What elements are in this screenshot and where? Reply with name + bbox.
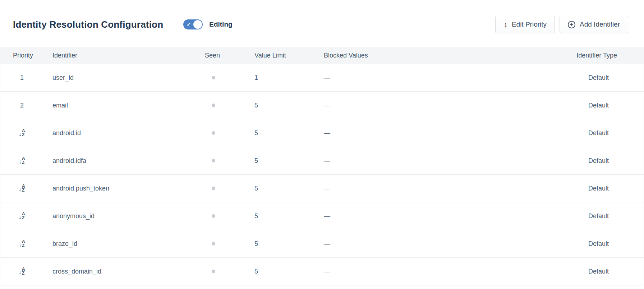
seen-cell: [205, 242, 254, 246]
identity-resolution-table: Priority Identifier Seen Value Limit Blo…: [0, 47, 644, 285]
table-body: 1user_id1—Default2email5—Default↓AZandro…: [0, 64, 644, 285]
seen-indicator-dot: [212, 131, 215, 135]
up-down-arrow-icon: ↕: [503, 21, 507, 28]
edit-priority-button[interactable]: ↕ Edit Priority: [495, 16, 555, 33]
sort-alpha-down-icon: ↓AZ: [19, 157, 26, 165]
blocked-values-cell: —: [324, 185, 565, 192]
blocked-values-cell: —: [324, 74, 565, 82]
priority-cell: ↓AZ: [13, 267, 52, 275]
seen-indicator-dot: [212, 159, 215, 162]
seen-cell: [205, 159, 254, 162]
seen-indicator-dot: [212, 104, 215, 107]
top-bar: Identity Resolution Configuration ✓ Edit…: [0, 0, 644, 47]
value-limit-cell: 5: [254, 212, 324, 220]
priority-cell: 1: [13, 74, 52, 82]
table-row: ↓AZandroid.push_token5—Default: [0, 175, 644, 202]
sort-alpha-down-icon: ↓AZ: [19, 240, 26, 248]
editing-toggle-label: Editing: [209, 20, 232, 28]
table-row: ↓AZanonymous_id5—Default: [0, 202, 644, 230]
seen-indicator-dot: [212, 270, 215, 273]
value-limit-cell: 5: [254, 129, 324, 137]
value-limit-cell: 5: [254, 268, 324, 275]
blocked-values-cell: —: [324, 212, 565, 220]
blocked-values-cell: —: [324, 157, 565, 165]
identifier-cell: email: [52, 102, 205, 109]
table-header-row: Priority Identifier Seen Value Limit Blo…: [0, 47, 644, 64]
blocked-values-cell: —: [324, 240, 565, 248]
check-icon: ✓: [187, 22, 191, 27]
priority-cell: ↓AZ: [13, 157, 52, 165]
value-limit-cell: 1: [254, 74, 324, 82]
identifier-type-cell: Default: [565, 185, 644, 192]
priority-value: 2: [20, 102, 24, 109]
column-header-identifier-type: Identifier Type: [565, 52, 644, 59]
seen-cell: [205, 104, 254, 107]
value-limit-cell: 5: [254, 185, 324, 192]
priority-cell: ↓AZ: [13, 240, 52, 248]
column-header-identifier: Identifier: [52, 52, 205, 59]
seen-cell: [205, 214, 254, 218]
seen-indicator-dot: [212, 76, 215, 79]
priority-cell: ↓AZ: [13, 184, 52, 192]
priority-cell: 2: [13, 102, 52, 109]
identifier-type-cell: Default: [565, 157, 644, 165]
seen-cell: [205, 270, 254, 273]
identifier-cell: cross_domain_id: [52, 268, 205, 275]
seen-cell: [205, 187, 254, 190]
sort-alpha-down-icon: ↓AZ: [19, 212, 26, 220]
table-row: 2email5—Default: [0, 92, 644, 119]
identifier-type-cell: Default: [565, 268, 644, 275]
add-identifier-button-label: Add Identifier: [580, 20, 620, 28]
identifier-type-cell: Default: [565, 74, 644, 82]
table-row: ↓AZandroid.idfa5—Default: [0, 147, 644, 175]
value-limit-cell: 5: [254, 102, 324, 109]
identifier-type-cell: Default: [565, 129, 644, 137]
edit-priority-button-label: Edit Priority: [512, 20, 547, 28]
seen-indicator-dot: [212, 242, 215, 246]
blocked-values-cell: —: [324, 129, 565, 137]
table-row: ↓AZandroid.id5—Default: [0, 119, 644, 147]
priority-cell: ↓AZ: [13, 212, 52, 220]
seen-indicator-dot: [212, 187, 215, 190]
table-row: ↓AZbraze_id5—Default: [0, 230, 644, 258]
priority-cell: ↓AZ: [13, 129, 52, 137]
sort-alpha-down-icon: ↓AZ: [19, 267, 26, 275]
sort-alpha-down-icon: ↓AZ: [19, 184, 26, 192]
identifier-type-cell: Default: [565, 102, 644, 109]
seen-cell: [205, 131, 254, 135]
identifier-cell: android.push_token: [52, 185, 205, 192]
plus-circle-icon: +: [568, 21, 575, 28]
editing-toggle[interactable]: ✓: [183, 19, 203, 29]
column-header-value-limit: Value Limit: [254, 52, 324, 59]
identifier-cell: anonymous_id: [52, 212, 205, 220]
toggle-knob[interactable]: [193, 20, 202, 29]
value-limit-cell: 5: [254, 157, 324, 165]
identifier-type-cell: Default: [565, 240, 644, 248]
seen-indicator-dot: [212, 214, 215, 218]
column-header-blocked-values: Blocked Values: [324, 52, 565, 59]
add-identifier-button[interactable]: + Add Identifier: [560, 16, 628, 33]
identifier-cell: braze_id: [52, 240, 205, 248]
identifier-cell: android.idfa: [52, 157, 205, 165]
value-limit-cell: 5: [254, 240, 324, 248]
table-row: 1user_id1—Default: [0, 64, 644, 92]
priority-value: 1: [20, 74, 24, 82]
blocked-values-cell: —: [324, 102, 565, 109]
seen-cell: [205, 76, 254, 79]
page-title: Identity Resolution Configuration: [13, 19, 163, 30]
column-header-priority: Priority: [13, 52, 52, 59]
identifier-type-cell: Default: [565, 212, 644, 220]
identifier-cell: user_id: [52, 74, 205, 82]
column-header-seen: Seen: [205, 52, 254, 59]
blocked-values-cell: —: [324, 268, 565, 275]
identifier-cell: android.id: [52, 129, 205, 137]
sort-alpha-down-icon: ↓AZ: [19, 129, 26, 137]
table-row: ↓AZcross_domain_id5—Default: [0, 258, 644, 285]
